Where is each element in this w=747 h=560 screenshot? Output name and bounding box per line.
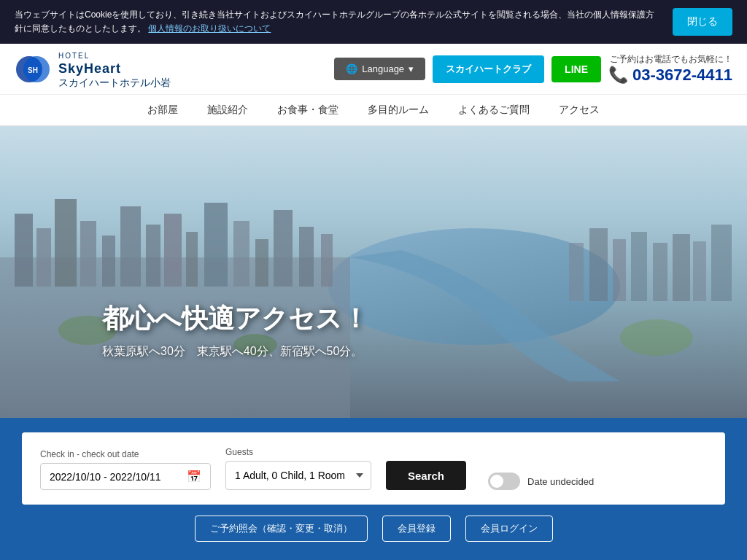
nav-item-access[interactable]: アクセス <box>559 104 600 117</box>
hero-sub-text: 秋葉原駅へ30分 東京駅へ40分、新宿駅へ50分。 <box>102 344 368 359</box>
svg-rect-17 <box>255 239 268 287</box>
phone-text: 03-3672-4411 <box>632 66 732 85</box>
svg-rect-13 <box>164 214 182 287</box>
header: SH HOTEL SkyHeart スカイハートホテル小岩 🌐 Language… <box>0 44 747 95</box>
svg-rect-11 <box>120 206 141 287</box>
date-undecided-toggle[interactable] <box>488 472 520 490</box>
cookie-banner: 当ウェブサイトはCookieを使用しており、引き続き当社サイトおよびスカイハート… <box>0 0 747 44</box>
cookie-policy-link[interactable]: 個人情報のお取り扱いについて <box>148 23 271 34</box>
contact-area: ご予約はお電話でもお気軽に！ 📞 03-3672-4411 <box>608 53 732 85</box>
chevron-down-icon: ▾ <box>409 63 414 74</box>
nav-item-rooms[interactable]: お部屋 <box>147 104 178 117</box>
booking-form: Check in - check out date 📅 Guests 1 Adu… <box>22 432 725 505</box>
line-button[interactable]: LINE <box>551 56 601 82</box>
nav-item-dining[interactable]: お食事・食堂 <box>277 104 338 117</box>
svg-rect-25 <box>653 243 667 301</box>
svg-rect-15 <box>204 203 228 287</box>
contact-label: ご予約はお電話でもお気軽に！ <box>608 53 732 66</box>
language-button[interactable]: 🌐 Language ▾ <box>334 58 425 80</box>
svg-rect-21 <box>569 243 584 301</box>
city-illustration <box>0 126 747 418</box>
nav-item-faq[interactable]: よくあるご質問 <box>458 104 530 117</box>
hero-section: 都心へ快適アクセス！ 秋葉原駅へ30分 東京駅へ40分、新宿駅へ50分。 <box>0 126 747 418</box>
phone-icon: 📞 <box>608 66 628 85</box>
svg-rect-27 <box>693 241 706 301</box>
toggle-slider <box>488 472 520 490</box>
booking-links: ご予約照会（確認・変更・取消） 会員登録 会員ログイン <box>22 505 725 542</box>
cookie-close-button[interactable]: 閉じる <box>673 8 732 36</box>
language-label: Language <box>362 63 404 74</box>
svg-rect-6 <box>15 214 33 287</box>
svg-rect-16 <box>233 221 249 287</box>
svg-rect-12 <box>146 225 160 287</box>
search-button[interactable]: Search <box>386 461 466 490</box>
member-login-button[interactable]: 会員ログイン <box>465 516 553 542</box>
date-toggle-area: Date undecided <box>488 472 594 490</box>
hotel-brand-en: HOTEL <box>58 48 171 61</box>
hotel-name-ja: スカイハートホテル小岩 <box>58 77 171 90</box>
svg-rect-10 <box>102 236 115 287</box>
svg-rect-18 <box>274 210 293 287</box>
logo-icon: SH <box>15 51 51 88</box>
checkin-checkout-group: Check in - check out date 📅 <box>40 449 211 490</box>
checkin-label: Check in - check out date <box>40 449 211 459</box>
header-actions: 🌐 Language ▾ スカイハートクラブ LINE ご予約はお電話でもお気軽… <box>334 53 732 85</box>
hero-main-text: 都心へ快適アクセス！ <box>102 301 368 337</box>
cookie-text: 当ウェブサイトはCookieを使用しており、引き続き当社サイトおよびスカイハート… <box>15 8 673 36</box>
hotel-name-en: SkyHeart <box>58 61 171 77</box>
svg-rect-26 <box>673 234 690 301</box>
svg-text:SH: SH <box>28 66 38 74</box>
cookie-message: 当ウェブサイトはCookieを使用しており、引き続き当社サイトおよびスカイハート… <box>15 9 654 34</box>
hero-text-area: 都心へ快適アクセス！ 秋葉原駅へ30分 東京駅へ40分、新宿駅へ50分。 <box>102 301 368 359</box>
phone-number: 📞 03-3672-4411 <box>608 66 732 85</box>
svg-rect-24 <box>631 232 647 301</box>
nav-item-facilities[interactable]: 施設紹介 <box>207 104 248 117</box>
member-register-button[interactable]: 会員登録 <box>382 516 451 542</box>
logo-area: SH HOTEL SkyHeart スカイハートホテル小岩 <box>15 48 334 90</box>
globe-icon: 🌐 <box>346 63 357 74</box>
svg-rect-9 <box>80 221 96 287</box>
main-nav: お部屋 施設紹介 お食事・食堂 多目的ルーム よくあるご質問 アクセス <box>0 95 747 126</box>
nav-item-multipurpose[interactable]: 多目的ルーム <box>368 104 429 117</box>
calendar-icon: 📅 <box>187 470 201 483</box>
svg-rect-8 <box>55 199 77 287</box>
svg-rect-7 <box>36 228 51 287</box>
svg-rect-19 <box>299 227 314 287</box>
booking-section: Check in - check out date 📅 Guests 1 Adu… <box>0 418 747 560</box>
hotel-label: HOTEL <box>58 52 90 60</box>
guests-select[interactable]: 1 Adult, 0 Child, 1 Room <box>225 461 371 490</box>
svg-rect-22 <box>589 228 608 301</box>
svg-rect-20 <box>321 234 333 287</box>
guests-group: Guests 1 Adult, 0 Child, 1 Room <box>225 447 371 490</box>
svg-rect-28 <box>711 225 732 301</box>
date-undecided-label: Date undecided <box>527 476 594 487</box>
hero-background <box>0 126 747 418</box>
svg-rect-14 <box>186 232 198 287</box>
date-input[interactable] <box>50 471 181 483</box>
guests-label: Guests <box>225 447 371 457</box>
skyheart-club-button[interactable]: スカイハートクラブ <box>433 55 544 83</box>
reservation-lookup-button[interactable]: ご予約照会（確認・変更・取消） <box>195 516 368 542</box>
svg-rect-23 <box>613 239 626 301</box>
svg-point-31 <box>620 319 693 356</box>
logo-text: HOTEL SkyHeart スカイハートホテル小岩 <box>58 48 171 90</box>
date-input-wrapper[interactable]: 📅 <box>40 463 211 490</box>
